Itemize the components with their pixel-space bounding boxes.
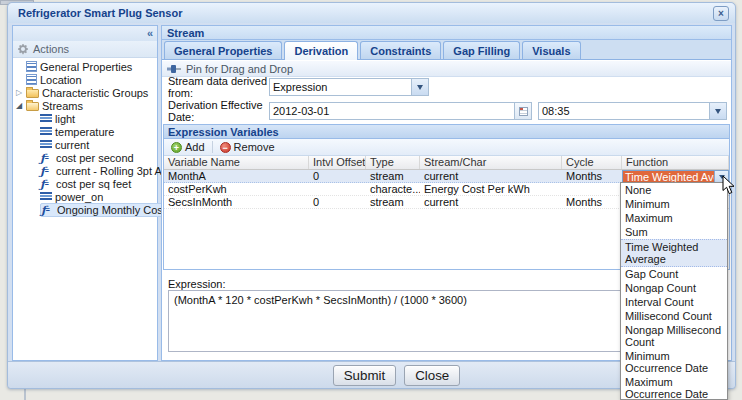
add-button[interactable]: + Add bbox=[168, 141, 208, 153]
menu-item-gap-count[interactable]: Gap Count bbox=[621, 267, 727, 281]
tree-item-label: light bbox=[52, 113, 75, 125]
tab-strip: General PropertiesDerivationConstraintsG… bbox=[162, 40, 731, 60]
grid-header: Variable NameIntvl OffsetTypeStream/Char… bbox=[164, 156, 729, 170]
fx-icon bbox=[40, 152, 53, 163]
date-field[interactable]: 2012-03-01 bbox=[269, 102, 532, 120]
sidebar-item-location[interactable]: Location bbox=[13, 73, 157, 86]
cell-offset: 0 bbox=[309, 196, 366, 208]
derived-from-row: Stream data derived from: Expression bbox=[168, 78, 727, 96]
add-label: Add bbox=[185, 141, 205, 153]
tab-visuals[interactable]: Visuals bbox=[522, 41, 580, 59]
add-icon: + bbox=[171, 142, 182, 153]
collapse-panel-icon[interactable]: « bbox=[147, 28, 153, 39]
cell-type: stream bbox=[366, 170, 420, 182]
derived-from-value: Expression bbox=[270, 81, 411, 93]
window-title: Refrigerator Smart Plug Sensor bbox=[18, 7, 713, 19]
function-dropdown-list: NoneMinimumMaximumSumTime Weighted Avera… bbox=[620, 182, 728, 400]
submit-button[interactable]: Submit bbox=[333, 365, 396, 386]
sidebar-item-current-rolling-3pt-avg[interactable]: current - Rolling 3pt Avg bbox=[13, 164, 157, 177]
sidebar-item-characteristic-groups[interactable]: ▷Characteristic Groups bbox=[13, 86, 157, 99]
chevron-down-icon[interactable] bbox=[714, 171, 728, 182]
column-header-stream-char[interactable]: Stream/Char bbox=[420, 156, 562, 169]
fx-icon bbox=[41, 204, 54, 215]
form-icon bbox=[26, 74, 37, 85]
sidebar-item-cost-per-sq-feet[interactable]: cost per sq feet bbox=[13, 177, 157, 190]
tree-item-label: Location bbox=[37, 74, 82, 86]
menu-item-sum[interactable]: Sum bbox=[621, 225, 727, 239]
menu-item-minimum[interactable]: Minimum bbox=[621, 197, 727, 211]
tab-derivation[interactable]: Derivation bbox=[284, 41, 358, 60]
derived-from-combobox[interactable]: Expression bbox=[269, 78, 429, 96]
tree-item-label: current bbox=[52, 139, 89, 151]
close-icon[interactable]: × bbox=[713, 6, 729, 21]
cell-cycle: Months bbox=[562, 196, 622, 208]
tree-item-label: power_on bbox=[52, 191, 103, 203]
stream-icon bbox=[40, 114, 52, 123]
cell-name: costPerKwh bbox=[164, 183, 309, 195]
cell-stream: current bbox=[420, 196, 562, 208]
tree-item-label: Characteristic Groups bbox=[39, 87, 148, 99]
tab-general-properties[interactable]: General Properties bbox=[164, 41, 282, 59]
column-header-variable-name[interactable]: Variable Name bbox=[164, 156, 309, 169]
menu-item-interval-count[interactable]: Interval Count bbox=[621, 295, 727, 309]
date-value: 2012-03-01 bbox=[270, 105, 514, 117]
collapse-node-icon[interactable]: ◢ bbox=[16, 101, 22, 110]
sidebar-item-light[interactable]: light bbox=[13, 112, 157, 125]
sidebar-item-general-properties[interactable]: General Properties bbox=[13, 60, 157, 73]
folder-icon bbox=[26, 89, 39, 98]
menu-item-nongap-count[interactable]: Nongap Count bbox=[621, 281, 727, 295]
chevron-down-icon[interactable] bbox=[709, 103, 726, 119]
cell-name: MonthA bbox=[164, 170, 309, 182]
derived-from-label: Stream data derived from: bbox=[168, 75, 269, 99]
actions-header: Actions bbox=[13, 41, 157, 58]
cell-name: SecsInMonth bbox=[164, 196, 309, 208]
stream-icon bbox=[40, 127, 52, 136]
tab-constraints[interactable]: Constraints bbox=[360, 41, 441, 59]
form-icon bbox=[26, 61, 37, 72]
column-header-intvl-offset[interactable]: Intvl Offset bbox=[309, 156, 366, 169]
menu-item-maximum[interactable]: Maximum bbox=[621, 211, 727, 225]
time-value: 08:35 bbox=[539, 105, 709, 117]
sidebar-item-cost-per-second[interactable]: cost per second bbox=[13, 151, 157, 164]
fx-icon bbox=[40, 178, 53, 189]
cell-type: characte... bbox=[366, 183, 420, 195]
stream-icon bbox=[40, 140, 52, 149]
cell-stream: Energy Cost Per kWh bbox=[420, 183, 562, 195]
menu-item-nongap-millisecond-count[interactable]: Nongap Millisecond Count bbox=[621, 323, 727, 349]
remove-button[interactable]: − Remove bbox=[217, 141, 278, 153]
column-header-function[interactable]: Function bbox=[622, 156, 729, 169]
sidebar-item-power-on[interactable]: power_on bbox=[13, 190, 157, 203]
pin-icon bbox=[167, 64, 181, 74]
menu-item-maximum-occurrence-date[interactable]: Maximum Occurrence Date bbox=[621, 375, 727, 400]
tree-item-label: cost per sq feet bbox=[53, 178, 131, 190]
sidebar-item-streams[interactable]: ◢Streams bbox=[13, 99, 157, 112]
expand-node-icon[interactable]: ▷ bbox=[16, 88, 22, 97]
column-header-type[interactable]: Type bbox=[366, 156, 420, 169]
stream-icon bbox=[40, 192, 52, 201]
menu-item-time-weighted-average[interactable]: Time Weighted Average bbox=[621, 239, 727, 267]
menu-item-minimum-occurrence-date[interactable]: Minimum Occurrence Date bbox=[621, 349, 727, 375]
remove-icon: − bbox=[220, 142, 231, 153]
cell-type: stream bbox=[366, 196, 420, 208]
pin-label: Pin for Drag and Drop bbox=[186, 63, 293, 75]
expression-variables-title: Expression Variables bbox=[164, 125, 729, 139]
effective-date-label: Derivation Effective Date: bbox=[168, 99, 269, 123]
sidebar-item-temperature[interactable]: temperature bbox=[13, 125, 157, 138]
time-combobox[interactable]: 08:35 bbox=[538, 102, 727, 120]
sidebar-item-current[interactable]: current bbox=[13, 138, 157, 151]
expression-label: Expression: bbox=[168, 278, 225, 290]
menu-item-millisecond-count[interactable]: Millisecond Count bbox=[621, 309, 727, 323]
column-header-cycle[interactable]: Cycle bbox=[562, 156, 622, 169]
gear-icon bbox=[17, 43, 29, 55]
function-combobox[interactable]: Time Weighted Average bbox=[622, 170, 729, 182]
menu-item-none[interactable]: None bbox=[621, 183, 727, 197]
tab-gap-filling[interactable]: Gap Filling bbox=[443, 41, 520, 59]
close-button[interactable]: Close bbox=[404, 365, 460, 386]
fx-icon bbox=[40, 165, 53, 176]
tree-item-label: current - Rolling 3pt Avg bbox=[53, 165, 173, 177]
actions-panel: « Actions General PropertiesLocation▷Cha… bbox=[12, 25, 158, 361]
chevron-down-icon[interactable] bbox=[411, 79, 428, 95]
calendar-icon[interactable] bbox=[514, 103, 531, 119]
cell-function: Time Weighted Average bbox=[622, 170, 729, 182]
sidebar-item-ongoing-monthly-cost-ba[interactable]: Ongoing Monthly Cost (ba... bbox=[13, 203, 157, 216]
